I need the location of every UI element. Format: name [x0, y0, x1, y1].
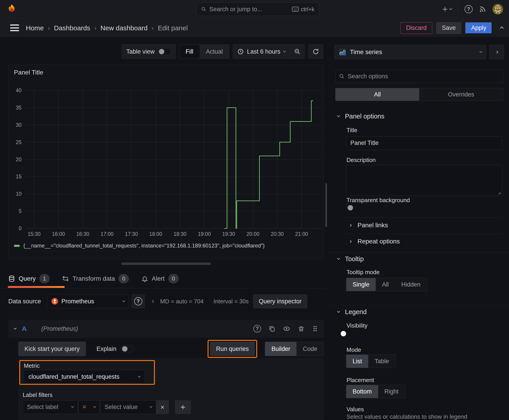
description-field[interactable] [346, 165, 502, 196]
active-tab-underline [8, 286, 65, 288]
options-search[interactable] [335, 69, 503, 83]
top-nav: ctrl+k ? [0, 0, 509, 18]
option-all[interactable]: All [376, 278, 395, 291]
option-right[interactable]: Right [378, 385, 405, 398]
repeat-options-section[interactable]: Repeat options [349, 238, 400, 245]
chevron-right-icon[interactable] [151, 300, 154, 303]
chart-panel: 051015202530354015:3016:0016:3017:0017:3… [8, 65, 324, 259]
main-scrollbar[interactable] [326, 183, 327, 227]
remove-filter-button[interactable] [156, 400, 169, 414]
query-ref-id[interactable]: A [22, 325, 26, 332]
datasource-row: Data source Prometheus ? MD = auto = 704… [8, 294, 307, 308]
collapse-sidebar-button[interactable] [489, 45, 504, 59]
news-button[interactable] [479, 6, 486, 13]
tab-alert[interactable]: Alert0 [141, 274, 179, 283]
label-filters-label: Label filters [23, 391, 53, 398]
help-button[interactable]: ? [464, 5, 473, 13]
datasource-select[interactable]: Prometheus [47, 294, 129, 308]
divider [346, 234, 502, 234]
option-bottom[interactable]: Bottom [346, 385, 378, 398]
options-search-input[interactable] [348, 73, 499, 80]
panel-title-input[interactable] [350, 140, 498, 147]
y-tick-label: 40 [16, 88, 22, 93]
collapse-header-button[interactable] [501, 26, 503, 30]
panel-options-header[interactable]: Panel options [338, 113, 384, 120]
time-range-picker[interactable]: Last 6 hours [233, 45, 290, 59]
select-label-dropdown[interactable]: Select label [23, 400, 78, 414]
legend-header[interactable]: Legend [338, 308, 367, 316]
close-icon [160, 405, 165, 410]
legend-series-label[interactable]: {__name__="cloudflared_tunnel_total_requ… [23, 242, 265, 249]
breadcrumb-item-home[interactable]: Home [26, 24, 44, 32]
tab-query[interactable]: Query1 [8, 274, 50, 283]
query-datasource-hint: (Prometheus) [41, 325, 78, 332]
operator-dropdown[interactable]: = [78, 400, 100, 414]
new-menu-button[interactable] [442, 6, 452, 13]
select-label-placeholder: Select label [27, 404, 58, 411]
tab-count-badge: 0 [119, 274, 129, 283]
query-help-icon[interactable]: ? [253, 325, 261, 332]
chevron-down-icon [150, 405, 152, 408]
tab-label: Transform data [73, 275, 115, 282]
tooltip-header[interactable]: Tooltip [338, 255, 364, 263]
run-queries-button[interactable]: Run queries [210, 342, 255, 356]
global-search-input[interactable] [209, 6, 289, 13]
x-tick-label: 18:00 [149, 231, 162, 237]
tab-transform-data[interactable]: Transform data0 [62, 274, 129, 283]
search-icon [339, 74, 344, 79]
option-all[interactable]: All [335, 88, 419, 101]
option-single[interactable]: Single [346, 278, 376, 291]
grafana-logo-icon[interactable] [6, 4, 17, 15]
legend-placement-label: Placement [347, 377, 374, 384]
panel-title-field[interactable] [346, 136, 502, 150]
menu-toggle-button[interactable] [10, 24, 19, 31]
chevron-down-icon [93, 405, 96, 408]
hide-query-eye-icon[interactable] [283, 325, 290, 332]
legend-values-hint: Select values or calculations to show in… [347, 413, 467, 420]
delete-query-trash-icon[interactable] [298, 325, 304, 332]
query-actions-row: Kick start your query Explain Run querie… [18, 340, 324, 358]
avatar[interactable] [492, 4, 503, 15]
option-builder[interactable]: Builder [265, 342, 296, 356]
collapse-query-icon[interactable] [14, 327, 17, 330]
panel-title: Panel Title [14, 69, 43, 76]
drag-query-grip-icon[interactable] [312, 325, 318, 332]
legend-swatch[interactable] [14, 245, 20, 247]
breadcrumb-item-dashboards[interactable]: Dashboards [54, 24, 90, 32]
breadcrumb-item-new-dashboard[interactable]: New dashboard [100, 24, 147, 32]
save-button[interactable]: Save [436, 22, 461, 34]
chevron-down-icon [138, 375, 141, 378]
option-table[interactable]: Table [368, 355, 395, 368]
global-search[interactable]: ctrl+k [197, 2, 319, 16]
query-inspector-button[interactable]: Query inspector [253, 294, 307, 308]
select-value-dropdown[interactable]: Select value [100, 400, 156, 414]
description-input[interactable] [346, 165, 502, 196]
option-overrides[interactable]: Overrides [419, 88, 503, 101]
y-tick-label: 35 [16, 105, 22, 111]
refresh-button[interactable] [308, 45, 323, 59]
apply-button[interactable]: Apply [465, 22, 492, 34]
kick-start-query-button[interactable]: Kick start your query [18, 342, 86, 356]
visualization-picker[interactable]: Time series [334, 45, 486, 59]
duplicate-query-icon[interactable] [269, 325, 275, 332]
time-series-chart[interactable]: 051015202530354015:3016:0016:3017:0017:3… [8, 65, 324, 247]
chevron-down-icon [337, 114, 340, 117]
option-list[interactable]: List [346, 355, 368, 368]
query-interval: Interval = 30s [213, 298, 249, 305]
explain-toggle[interactable] [121, 345, 134, 352]
option-hidden[interactable]: Hidden [395, 278, 427, 291]
discard-button[interactable]: Discard [400, 22, 432, 34]
resize-grip-icon[interactable] [498, 191, 501, 195]
panel-resize-handle[interactable] [121, 262, 211, 265]
option-fill[interactable]: Fill [179, 45, 200, 59]
panel-links-section[interactable]: Panel links [349, 222, 388, 229]
table-view-toggle[interactable] [158, 48, 171, 55]
option-code[interactable]: Code [296, 342, 324, 356]
metric-select[interactable]: cloudflared_tunnel_total_requests [24, 370, 145, 383]
breadcrumb-item-edit-panel[interactable]: Edit panel [158, 24, 188, 32]
option-actual[interactable]: Actual [199, 45, 229, 59]
add-filter-button[interactable] [175, 400, 191, 414]
zoom-out-button[interactable] [290, 45, 304, 59]
datasource-help-button[interactable]: ? [132, 294, 145, 308]
transparent-background-toggle[interactable] [347, 204, 347, 209]
